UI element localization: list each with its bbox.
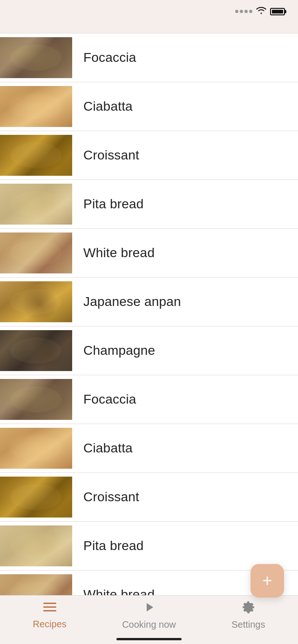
svg-marker-32 [147,603,153,611]
add-recipe-button[interactable]: + [251,564,284,598]
tab-cooking[interactable]: Cooking now [99,601,198,630]
recipe-list: Focaccia Ciabatta Croissant Pita bread W… [0,33,298,644]
recipes-tab-label: Recipes [33,619,67,630]
tab-bar: Recipes Cooking now Settings [0,595,298,644]
recipe-name: White bread [83,246,155,260]
svg-point-17 [10,435,61,461]
status-icons [235,7,285,16]
recipe-name: Ciabatta [83,441,133,456]
recipe-thumbnail [0,86,72,127]
settings-tab-label: Settings [231,619,265,630]
list-item[interactable]: White bread [0,229,298,278]
recipe-name: Focaccia [83,392,136,407]
recipe-name: Japanese anpan [83,294,181,309]
home-indicator [116,638,182,640]
wifi-icon [256,7,266,16]
svg-point-9 [10,240,61,266]
svg-rect-29 [43,603,46,604]
recipe-name: Focaccia [83,50,136,65]
list-item[interactable]: Champagne [0,326,298,375]
settings-tab-icon [242,601,254,617]
svg-point-13 [10,338,61,364]
cooking-tab-icon [143,601,155,617]
list-item[interactable]: Focaccia [0,375,298,424]
recipe-name: Croissant [83,148,139,163]
recipe-thumbnail [0,232,72,273]
svg-point-1 [10,45,61,71]
list-item[interactable]: Focaccia [0,33,298,82]
recipe-thumbnail [0,184,72,225]
svg-rect-30 [43,606,46,608]
recipe-thumbnail [0,428,72,469]
list-item[interactable]: Pita bread [0,180,298,229]
recipe-thumbnail [0,477,72,518]
recipe-name: Croissant [83,490,139,505]
page-header [0,20,298,33]
list-item[interactable]: Japanese anpan [0,278,298,326]
recipe-thumbnail [0,135,72,176]
battery-icon [270,8,285,15]
svg-point-21 [10,533,61,559]
svg-rect-31 [43,610,46,611]
recipe-thumbnail [0,379,72,420]
list-item[interactable]: Croissant [0,473,298,522]
recipe-thumbnail [0,330,72,371]
list-item[interactable]: Ciabatta [0,82,298,131]
recipe-name: Pita bread [83,197,144,212]
recipe-name: Ciabatta [83,99,133,114]
list-item[interactable]: Croissant [0,131,298,180]
recipe-thumbnail [0,281,72,322]
status-bar [0,0,298,20]
tab-recipes[interactable]: Recipes [0,602,99,630]
tab-settings[interactable]: Settings [199,601,298,630]
signal-icon [235,10,252,13]
recipe-name: Pita bread [83,538,144,553]
svg-point-11 [10,289,61,315]
recipe-thumbnail [0,37,72,78]
svg-point-5 [10,142,61,168]
recipes-tab-icon [43,602,56,616]
recipe-name: Champagne [83,343,155,358]
recipe-thumbnail [0,525,72,566]
cooking-tab-label: Cooking now [122,619,176,630]
list-item[interactable]: Ciabatta [0,424,298,473]
svg-point-15 [10,386,61,412]
svg-point-7 [10,191,61,217]
svg-point-3 [10,93,61,120]
svg-point-19 [10,484,61,510]
list-item[interactable]: Pita bread [0,522,298,571]
